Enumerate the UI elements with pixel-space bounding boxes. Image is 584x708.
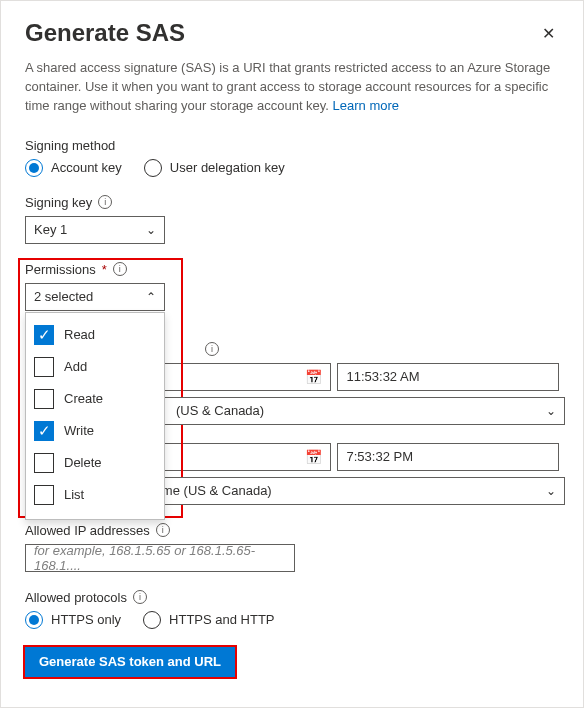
checkbox-icon — [34, 485, 54, 505]
permissions-select[interactable]: 2 selected ⌃ — [25, 283, 165, 311]
radio-icon — [25, 159, 43, 177]
signing-key-label-row: Signing key i — [25, 195, 559, 210]
allowed-protocols-group: HTTPS only HTTPS and HTTP — [25, 611, 559, 629]
radio-account-key[interactable]: Account key — [25, 159, 122, 177]
expiry-time-value: 7:53:32 PM — [346, 449, 413, 464]
description-block: A shared access signature (SAS) is a URI… — [25, 59, 559, 116]
permissions-label: Permissions — [25, 262, 96, 277]
permission-option-label: Create — [64, 391, 103, 406]
checkbox-icon: ✓ — [34, 421, 54, 441]
chevron-up-icon: ⌃ — [146, 290, 156, 304]
radio-account-key-label: Account key — [51, 160, 122, 175]
info-icon[interactable]: i — [205, 342, 219, 356]
permission-option-add[interactable]: Add — [34, 351, 156, 383]
permission-option-list[interactable]: List — [34, 479, 156, 511]
signing-key-label: Signing key — [25, 195, 92, 210]
checkbox-icon: ✓ — [34, 325, 54, 345]
chevron-down-icon: ⌄ — [546, 484, 556, 498]
permission-option-write[interactable]: ✓ Write — [34, 415, 156, 447]
radio-icon — [143, 611, 161, 629]
chevron-down-icon: ⌄ — [546, 404, 556, 418]
allowed-protocols-label-row: Allowed protocols i — [25, 590, 559, 605]
calendar-icon: 📅 — [305, 449, 322, 465]
permission-option-read[interactable]: ✓ Read — [34, 319, 156, 351]
allowed-protocols-label: Allowed protocols — [25, 590, 127, 605]
radio-https-and-http-label: HTTPS and HTTP — [169, 612, 274, 627]
chevron-down-icon: ⌄ — [146, 223, 156, 237]
calendar-icon: 📅 — [305, 369, 322, 385]
permission-option-label: Read — [64, 327, 95, 342]
allowed-ip-label-row: Allowed IP addresses i — [25, 523, 559, 538]
allowed-ip-placeholder: for example, 168.1.5.65 or 168.1.5.65-16… — [34, 543, 286, 573]
permission-option-create[interactable]: Create — [34, 383, 156, 415]
permission-option-label: Delete — [64, 455, 102, 470]
radio-https-only[interactable]: HTTPS only — [25, 611, 121, 629]
permissions-label-row: Permissions * i — [25, 262, 559, 277]
required-asterisk: * — [102, 262, 107, 277]
radio-icon — [25, 611, 43, 629]
description-text: A shared access signature (SAS) is a URI… — [25, 60, 550, 113]
permissions-summary: 2 selected — [34, 289, 93, 304]
permission-option-label: Add — [64, 359, 87, 374]
permission-option-label: Write — [64, 423, 94, 438]
page-title: Generate SAS — [25, 19, 185, 47]
signing-key-value: Key 1 — [34, 222, 67, 237]
info-icon[interactable]: i — [113, 262, 127, 276]
signing-key-select[interactable]: Key 1 ⌄ — [25, 216, 165, 244]
signing-method-label: Signing method — [25, 138, 559, 153]
allowed-ip-input[interactable]: for example, 168.1.5.65 or 168.1.5.65-16… — [25, 544, 295, 572]
checkbox-icon — [34, 453, 54, 473]
panel-header: Generate SAS ✕ — [25, 19, 559, 47]
permission-option-label: List — [64, 487, 84, 502]
signing-method-label-text: Signing method — [25, 138, 115, 153]
radio-icon — [144, 159, 162, 177]
learn-more-link[interactable]: Learn more — [333, 98, 399, 113]
generate-sas-button[interactable]: Generate SAS token and URL — [25, 647, 235, 677]
close-icon[interactable]: ✕ — [538, 20, 559, 47]
start-timezone-value: (US & Canada) — [176, 403, 264, 418]
radio-user-delegation-label: User delegation key — [170, 160, 285, 175]
start-time-input[interactable]: 11:53:32 AM — [337, 363, 559, 391]
permissions-block: Permissions * i 2 selected ⌃ ✓ Read Add … — [25, 262, 559, 311]
info-icon[interactable]: i — [98, 195, 112, 209]
allowed-ip-label: Allowed IP addresses — [25, 523, 150, 538]
permission-option-delete[interactable]: Delete — [34, 447, 156, 479]
expiry-time-input[interactable]: 7:53:32 PM — [337, 443, 559, 471]
radio-https-and-http[interactable]: HTTPS and HTTP — [143, 611, 274, 629]
signing-method-group: Account key User delegation key — [25, 159, 559, 177]
radio-user-delegation[interactable]: User delegation key — [144, 159, 285, 177]
start-time-value: 11:53:32 AM — [346, 369, 419, 384]
radio-https-only-label: HTTPS only — [51, 612, 121, 627]
checkbox-icon — [34, 389, 54, 409]
permissions-dropdown: ✓ Read Add Create ✓ Write Delete List — [25, 312, 165, 520]
checkbox-icon — [34, 357, 54, 377]
generate-sas-panel: Generate SAS ✕ A shared access signature… — [0, 0, 584, 708]
info-icon[interactable]: i — [133, 590, 147, 604]
info-icon[interactable]: i — [156, 523, 170, 537]
